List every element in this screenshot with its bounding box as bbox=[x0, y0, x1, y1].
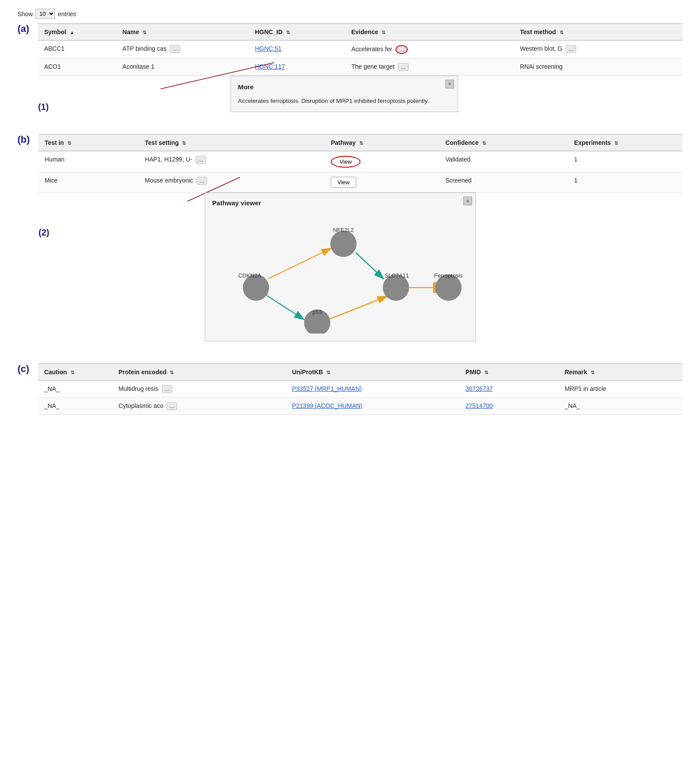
svg-line-2 bbox=[268, 248, 331, 279]
section-b-table: Test in Test setting Pathway Confid bbox=[38, 134, 682, 193]
col-header-evidence[interactable]: Evidence bbox=[345, 24, 514, 40]
testsetting-ellipsis-1[interactable]: … bbox=[196, 156, 206, 164]
col-header-hgnc[interactable]: HGNC_ID bbox=[249, 24, 345, 40]
col-header-caution[interactable]: Caution bbox=[38, 364, 112, 380]
cell-hgnc-2: HGNC:117 bbox=[249, 59, 345, 76]
uniprot-link-2[interactable]: P21399 (ACOC_HUMAN) bbox=[292, 402, 362, 409]
col-header-experiments[interactable]: Experiments bbox=[568, 134, 682, 151]
pathway-viewer-close[interactable]: × bbox=[463, 197, 472, 205]
section-a: (a) Symbol Name HGNC_ID bbox=[18, 23, 682, 112]
col-header-pathway[interactable]: Pathway bbox=[325, 134, 439, 151]
cell-experiments-1: 1 bbox=[568, 151, 682, 172]
svg-line-6 bbox=[328, 296, 387, 320]
cell-testsetting-2: Mouse embryonic … bbox=[139, 172, 325, 193]
col-header-pmid[interactable]: PMID bbox=[459, 364, 559, 380]
cell-protein-1: Multidrug resis … bbox=[112, 380, 286, 398]
cell-pmid-2: 27514700 bbox=[459, 398, 559, 415]
cell-testin-2: Mice bbox=[38, 172, 139, 193]
cell-evidence-2: The gene target … bbox=[345, 59, 514, 76]
annotation-label-1: (1) bbox=[38, 102, 49, 112]
cell-pathway-1: View bbox=[325, 151, 439, 172]
label-CDKN2A: CDKN2A bbox=[238, 272, 262, 279]
more-popup-a: More × Accelerates ferroptosis. Disrupti… bbox=[231, 76, 458, 112]
show-entries-control: Show 10 25 50 entries bbox=[18, 9, 682, 19]
view-pathway-btn-2[interactable]: View bbox=[331, 177, 356, 188]
cell-uniprot-2: P21399 (ACOC_HUMAN) bbox=[286, 398, 459, 415]
testsetting-ellipsis-2[interactable]: … bbox=[196, 177, 207, 185]
sort-icon-symbol bbox=[70, 30, 74, 35]
sort-icon-name bbox=[143, 30, 147, 35]
cell-testmethod-2: RNAi screening bbox=[514, 59, 682, 76]
col-header-protein[interactable]: Protein encoded bbox=[112, 364, 286, 380]
sort-icon-pmid bbox=[484, 370, 488, 376]
cell-remark-2: _NA_ bbox=[559, 398, 682, 415]
protein-ellipsis-1[interactable]: … bbox=[162, 385, 172, 393]
section-b: (b) Test in Test setting Pathwa bbox=[18, 134, 682, 341]
sort-icon-caution bbox=[70, 370, 74, 376]
popup-title-a: More bbox=[238, 82, 451, 92]
cell-testsetting-1: HAP1, H1299, U- … bbox=[139, 151, 325, 172]
table-row: ACO1 Aconitase 1 HGNC:117 The gene targe… bbox=[38, 59, 682, 76]
label-p53: p53 bbox=[312, 309, 322, 315]
view-pathway-btn-1[interactable]: View bbox=[331, 156, 360, 168]
col-header-confidence[interactable]: Confidence bbox=[439, 134, 568, 151]
cell-protein-2: Cytoplasmic aco … bbox=[112, 398, 286, 415]
annotation-label-2: (2) bbox=[38, 228, 49, 237]
section-c: (c) Caution Protein encoded Uni bbox=[18, 363, 682, 415]
col-header-symbol[interactable]: Symbol bbox=[38, 24, 116, 40]
cell-symbol-2: ACO1 bbox=[38, 59, 116, 76]
cell-symbol-1: ABCC1 bbox=[38, 40, 116, 59]
entries-select[interactable]: 10 25 50 bbox=[35, 9, 55, 19]
popup-close-a[interactable]: × bbox=[445, 80, 454, 88]
col-header-testsetting[interactable]: Test setting bbox=[139, 134, 325, 151]
pmid-link-1[interactable]: 30726737 bbox=[466, 385, 493, 392]
entries-label: entries bbox=[58, 11, 76, 18]
cell-confidence-2: Screened bbox=[439, 172, 568, 193]
hgnc-link-2[interactable]: HGNC:117 bbox=[255, 63, 285, 70]
sort-icon-evidence bbox=[382, 30, 385, 35]
sort-icon-testin bbox=[67, 141, 71, 146]
table-row: Mice Mouse embryonic … View Screened 1 bbox=[38, 172, 682, 193]
col-header-testin[interactable]: Test in bbox=[38, 134, 139, 151]
section-c-label: (c) bbox=[18, 363, 29, 375]
cell-remark-1: MRP1 in article bbox=[559, 380, 682, 398]
cell-pathway-2: View bbox=[325, 172, 439, 193]
sort-icon-experiments bbox=[614, 141, 618, 146]
col-header-remark[interactable]: Remark bbox=[559, 364, 682, 380]
table-row: _NA_ Multidrug resis … P33527 (MRP1_HUMA… bbox=[38, 380, 682, 398]
sort-icon-testmethod bbox=[560, 30, 564, 35]
table-row: Human HAP1, H1299, U- … View Validated 1 bbox=[38, 151, 682, 172]
cell-testmethod-1: Western blot, G … bbox=[514, 40, 682, 59]
section-a-table: Symbol Name HGNC_ID Evidence bbox=[38, 23, 682, 76]
pathway-viewer-title: Pathway viewer bbox=[212, 199, 469, 207]
sort-icon-testsetting bbox=[182, 141, 186, 146]
col-header-uniprot[interactable]: UniProtKB bbox=[286, 364, 459, 380]
section-a-label: (a) bbox=[18, 23, 29, 35]
sort-icon-remark bbox=[591, 370, 595, 376]
node-NFE2L2 bbox=[330, 231, 357, 257]
col-header-testmethod[interactable]: Test method bbox=[514, 24, 682, 40]
uniprot-link-1[interactable]: P33527 (MRP1_HUMAN) bbox=[292, 385, 362, 392]
protein-ellipsis-2[interactable]: … bbox=[167, 402, 177, 410]
cell-caution-2: _NA_ bbox=[38, 398, 112, 415]
evidence-ellipsis-2[interactable]: … bbox=[398, 63, 409, 71]
label-SLC7A11: SLC7A11 bbox=[385, 272, 409, 279]
evidence-ellipsis-1[interactable]: … bbox=[396, 45, 408, 54]
svg-line-3 bbox=[356, 253, 384, 279]
cell-evidence-1: Accelerates fer … bbox=[345, 40, 514, 59]
testmethod-ellipsis-1[interactable]: … bbox=[566, 45, 576, 53]
hgnc-link-1[interactable]: HGNC:51 bbox=[255, 45, 282, 52]
pathway-diagram: NFE2L2 CDKN2A SLC7A11 Ferroptosis bbox=[212, 211, 466, 334]
pmid-link-2[interactable]: 27514700 bbox=[466, 402, 493, 409]
name-ellipsis-1[interactable]: … bbox=[170, 45, 180, 53]
show-label: Show bbox=[18, 11, 33, 18]
cell-testin-1: Human bbox=[38, 151, 139, 172]
svg-line-5 bbox=[265, 294, 304, 320]
sort-icon-confidence bbox=[482, 141, 486, 146]
sort-icon-pathway bbox=[359, 141, 363, 146]
label-Ferroptosis: Ferroptosis bbox=[434, 272, 463, 279]
pathway-viewer-popup: Pathway viewer × bbox=[205, 193, 476, 341]
col-header-name[interactable]: Name bbox=[116, 24, 249, 40]
cell-caution-1: _NA_ bbox=[38, 380, 112, 398]
sort-icon-hgnc bbox=[286, 30, 290, 35]
